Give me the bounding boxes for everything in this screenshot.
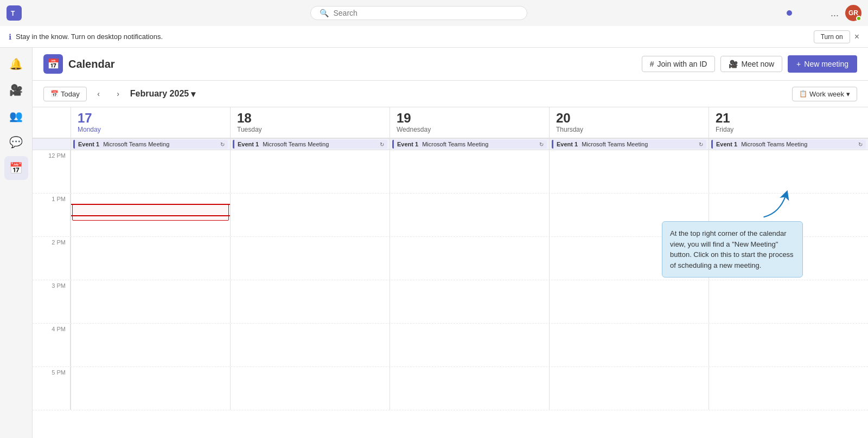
hash-icon: # (650, 60, 654, 68)
sync-icon-wed: ↻ (539, 141, 544, 147)
cell-2pm-wed[interactable] (390, 237, 549, 280)
cell-5pm-fri[interactable] (709, 367, 868, 410)
main-area: 🔔 🎥 👥 💬 📅 📅 Calendar # (0, 48, 868, 438)
search-bar[interactable]: 🔍 (310, 6, 527, 20)
day-header-thu: 20 Thursday (549, 107, 709, 138)
cell-12pm-wed[interactable] (390, 150, 549, 193)
time-label-4pm: 4 PM (33, 324, 71, 366)
cell-5pm-tue[interactable] (230, 367, 390, 410)
day-header-mon: 17 Monday (71, 107, 230, 138)
new-meeting-button[interactable]: + New meeting (788, 55, 857, 73)
cell-3pm-tue[interactable] (230, 280, 390, 323)
cell-5pm-mon[interactable] (71, 367, 230, 410)
tooltip-overlay: At the top right corner of the calendar … (662, 221, 803, 278)
sidebar-item-chat[interactable]: 💬 (4, 130, 28, 154)
time-label-2pm: 2 PM (33, 237, 71, 280)
event-wed[interactable]: Event 1 Microsoft Teams Meeting ↻ (392, 140, 547, 149)
time-cells-3pm (71, 280, 868, 323)
event-tue[interactable]: Event 1 Microsoft Teams Meeting ↻ (233, 140, 387, 149)
calendar-title-text: Calendar (68, 58, 115, 70)
today-button[interactable]: 📅 Today (43, 87, 87, 101)
event-cell-mon: Event 1 Microsoft Teams Meeting ↻ (71, 139, 230, 150)
top-bar-right: ... GR (816, 5, 861, 21)
next-week-button[interactable]: › (111, 86, 126, 101)
events-row: Event 1 Microsoft Teams Meeting ↻ Event … (33, 139, 868, 150)
chevron-down-icon: ▾ (191, 89, 195, 99)
notification-bar: ℹ Stay in the know. Turn on desktop noti… (0, 26, 868, 48)
turn-on-button[interactable]: Turn on (814, 30, 850, 43)
event-fri[interactable]: Event 1 Microsoft Teams Meeting ↻ (711, 140, 866, 149)
cell-5pm-wed[interactable] (390, 367, 549, 410)
time-row-4pm: 4 PM (33, 324, 868, 367)
event-mon[interactable]: Event 1 Microsoft Teams Meeting ↻ (73, 140, 228, 149)
cell-4pm-thu[interactable] (549, 324, 709, 366)
calendar-nav-icon: 📅 (9, 162, 23, 175)
cell-12pm-mon[interactable] (71, 150, 230, 193)
cell-4pm-wed[interactable] (390, 324, 549, 366)
bell-icon: 🔔 (9, 57, 23, 70)
sync-icon-mon: ↻ (220, 141, 225, 147)
more-options-button[interactable]: ... (828, 5, 841, 21)
cell-5pm-thu[interactable] (549, 367, 709, 410)
event-thu[interactable]: Event 1 Microsoft Teams Meeting ↻ (552, 140, 706, 149)
cell-4pm-mon[interactable] (71, 324, 230, 366)
teams-icon: 👥 (9, 110, 23, 123)
cell-1pm-wed[interactable] (390, 194, 549, 236)
sidebar-item-activity[interactable]: 🔔 (4, 52, 28, 76)
time-cells-5pm (71, 367, 868, 410)
search-input[interactable] (333, 9, 518, 17)
calendar-title: 📅 Calendar (43, 54, 115, 74)
cell-12pm-thu[interactable] (549, 150, 709, 193)
search-icon: 🔍 (320, 9, 329, 17)
work-week-button[interactable]: 📋 Work week ▾ (792, 87, 857, 101)
prev-week-button[interactable]: ‹ (91, 86, 106, 101)
day-header-wed: 19 Wednesday (390, 107, 549, 138)
cell-2pm-tue[interactable] (230, 237, 390, 280)
close-notification-button[interactable]: × (854, 32, 859, 42)
time-label-3pm: 3 PM (33, 280, 71, 323)
cell-4pm-fri[interactable] (709, 324, 868, 366)
tooltip-box: At the top right corner of the calendar … (662, 221, 803, 278)
time-gutter-header (33, 107, 71, 138)
join-with-id-button[interactable]: # Join with an ID (642, 56, 716, 72)
cell-3pm-wed[interactable] (390, 280, 549, 323)
event-cell-thu: Event 1 Microsoft Teams Meeting ↻ (549, 139, 709, 150)
time-label-12pm: 12 PM (33, 150, 71, 193)
calendar-icon: 📅 (47, 58, 59, 70)
time-cells-4pm (71, 324, 868, 366)
cell-3pm-fri[interactable] (709, 280, 868, 323)
day-headers: 17 Monday 18 Tuesday 19 Wednesday 20 Thu… (33, 107, 868, 139)
day-header-fri: 21 Friday (709, 107, 868, 138)
calendar-small-icon: 📅 (50, 90, 59, 98)
cell-12pm-fri[interactable] (709, 150, 868, 193)
time-label-1pm: 1 PM (33, 194, 71, 236)
top-bar: T 🔍 ... GR (0, 0, 868, 26)
view-icon: 📋 (799, 90, 807, 98)
event-cell-fri: Event 1 Microsoft Teams Meeting ↻ (709, 139, 868, 150)
sidebar-item-teams[interactable]: 👥 (4, 104, 28, 128)
sidebar-item-calendar[interactable]: 📅 (4, 156, 28, 180)
event-cell-tue: Event 1 Microsoft Teams Meeting ↻ (230, 139, 390, 150)
meet-now-button[interactable]: 🎥 Meet now (720, 56, 782, 72)
event-cell-wed: Event 1 Microsoft Teams Meeting ↻ (390, 139, 549, 150)
cell-4pm-tue[interactable] (230, 324, 390, 366)
chat-icon: 💬 (9, 136, 23, 149)
cell-12pm-tue[interactable] (230, 150, 390, 193)
time-label-5pm: 5 PM (33, 367, 71, 410)
cell-2pm-mon[interactable] (71, 237, 230, 280)
plus-icon: + (796, 60, 801, 68)
day-number-21: 21 (716, 112, 861, 125)
cell-1pm-tue[interactable] (230, 194, 390, 236)
day-number-17: 17 (78, 112, 224, 125)
events-time-gutter (33, 139, 71, 150)
day-number-19: 19 (397, 112, 542, 125)
online-dot (787, 10, 792, 16)
month-title[interactable]: February 2025 ▾ (130, 89, 196, 99)
cell-3pm-mon[interactable] (71, 280, 230, 323)
cell-3pm-thu[interactable] (549, 280, 709, 323)
sidebar-item-meetings[interactable]: 🎥 (4, 78, 28, 102)
video-icon: 🎥 (9, 83, 23, 96)
cell-1pm-mon[interactable] (71, 194, 230, 236)
avatar[interactable]: GR (845, 5, 861, 21)
time-slots: 12 PM 1 PM (33, 150, 868, 438)
